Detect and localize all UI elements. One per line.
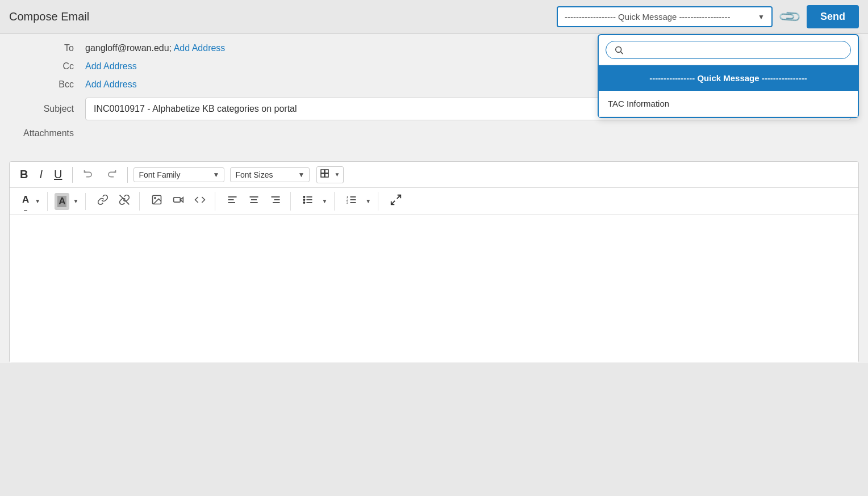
font-sizes-chevron: ▼ — [298, 171, 305, 179]
svg-line-1 — [621, 52, 623, 54]
code-icon — [194, 194, 206, 205]
svg-rect-2 — [321, 170, 324, 173]
attachments-row: Attachments — [17, 128, 851, 138]
toolbar-separator-1 — [72, 167, 73, 183]
align-left-icon — [227, 194, 238, 205]
link-group — [88, 192, 140, 211]
toolbar-separator-2 — [127, 167, 128, 183]
svg-point-8 — [155, 197, 156, 199]
quick-message-dropdown[interactable]: ------------------ Quick Message -------… — [557, 6, 773, 27]
svg-rect-3 — [325, 170, 328, 173]
bcc-add-address[interactable]: Add Address — [85, 79, 137, 90]
cc-label: Cc — [17, 61, 85, 72]
quick-message-dropdown-menu: ---------------- Quick Message ---------… — [598, 34, 859, 118]
font-highlight-dropdown[interactable]: ▼ — [70, 197, 81, 205]
svg-point-0 — [616, 47, 621, 52]
insert-link-button[interactable] — [93, 192, 113, 211]
compose-title: Compose Email — [9, 10, 89, 23]
align-group — [218, 192, 291, 211]
font-highlight-group: A ▼ — [50, 193, 86, 210]
align-left-button[interactable] — [222, 192, 243, 211]
unlink-icon — [119, 194, 130, 205]
subject-label: Subject — [17, 104, 85, 114]
font-color-letter: A — [22, 194, 29, 205]
font-color-button[interactable]: A _ — [20, 192, 31, 211]
font-highlight-letter: A — [57, 196, 66, 207]
svg-text:3: 3 — [347, 201, 348, 204]
dropdown-item-quick-message[interactable]: ---------------- Quick Message ---------… — [599, 65, 858, 91]
align-center-icon — [248, 194, 260, 205]
fullscreen-button[interactable] — [385, 191, 407, 211]
remove-link-button[interactable] — [114, 192, 135, 211]
header-bar: Compose Email ------------------ Quick M… — [0, 0, 868, 34]
underline-button[interactable]: U — [49, 166, 66, 183]
image-icon — [151, 194, 162, 205]
fullscreen-icon — [390, 194, 402, 206]
svg-rect-4 — [321, 174, 324, 177]
font-sizes-select[interactable]: Font Sizes ▼ — [230, 167, 310, 182]
search-input[interactable] — [628, 45, 842, 55]
font-family-chevron: ▼ — [213, 171, 220, 179]
insert-video-button[interactable] — [168, 192, 189, 211]
header-right: ------------------ Quick Message -------… — [557, 5, 859, 28]
align-center-button[interactable] — [244, 192, 264, 211]
font-color-underline: _ — [24, 206, 27, 209]
unordered-list-button[interactable] — [298, 192, 318, 211]
bold-button[interactable]: B — [15, 166, 32, 183]
font-highlight-button[interactable]: A — [55, 193, 69, 210]
paperclip-icon: 📎 — [777, 4, 803, 30]
ordered-list-button[interactable]: 1 2 3 — [341, 192, 362, 211]
toolbar-row2: A _ ▼ A ▼ — [10, 188, 858, 215]
unordered-list-dropdown[interactable]: ▼ — [319, 197, 329, 205]
svg-rect-9 — [174, 197, 181, 202]
grid-icon — [320, 169, 332, 180]
insert-image-button[interactable] — [147, 192, 167, 211]
redo-button[interactable] — [101, 165, 122, 184]
cc-add-address[interactable]: Add Address — [85, 61, 137, 72]
svg-point-24 — [303, 199, 305, 201]
align-right-button[interactable] — [265, 192, 286, 211]
font-sizes-label: Font Sizes — [235, 170, 293, 179]
svg-point-25 — [303, 202, 305, 204]
dropdown-search-section — [599, 35, 858, 65]
search-box — [606, 41, 851, 59]
editor-body[interactable] — [10, 215, 858, 363]
attachments-label: Attachments — [17, 128, 85, 138]
svg-rect-5 — [325, 174, 328, 177]
to-label: To — [17, 43, 85, 53]
quick-message-label: ------------------ Quick Message -------… — [565, 12, 731, 22]
undo-button[interactable] — [78, 165, 99, 184]
unordered-list-icon — [302, 194, 314, 205]
send-button[interactable]: Send — [807, 5, 859, 28]
font-family-select[interactable]: Font Family ▼ — [133, 167, 224, 182]
fullscreen-group — [381, 191, 411, 211]
insert-code-button[interactable] — [190, 192, 210, 211]
media-group — [142, 192, 215, 211]
font-color-group: A _ ▼ — [15, 192, 48, 211]
align-right-icon — [270, 194, 281, 205]
attachment-button[interactable]: 📎 — [778, 6, 801, 28]
svg-line-33 — [391, 201, 395, 204]
editor-section: B I U — [9, 161, 859, 363]
toolbar-row1: B I U — [10, 162, 858, 188]
dropdown-item-tac-information[interactable]: TAC Information — [599, 91, 858, 117]
to-add-address[interactable]: Add Address — [174, 43, 226, 53]
search-icon — [614, 45, 624, 55]
italic-button[interactable]: I — [35, 166, 47, 183]
font-family-label: Font Family — [139, 170, 208, 179]
link-icon — [97, 194, 108, 205]
table-button[interactable]: ▼ — [316, 166, 344, 183]
list-group: ▼ — [293, 192, 335, 211]
ordered-list-icon: 1 2 3 — [346, 194, 357, 205]
ordered-list-group: 1 2 3 ▼ — [337, 192, 378, 211]
svg-line-32 — [397, 195, 400, 199]
redo-icon — [106, 167, 117, 179]
bcc-label: Bcc — [17, 79, 85, 90]
video-icon — [173, 194, 184, 205]
to-value: gangloff@rowan.edu; Add Address — [85, 43, 225, 53]
svg-point-23 — [303, 196, 305, 198]
table-chevron: ▼ — [334, 171, 340, 178]
font-color-dropdown[interactable]: ▼ — [32, 197, 43, 205]
ordered-list-dropdown[interactable]: ▼ — [363, 197, 373, 205]
chevron-down-icon: ▼ — [758, 13, 765, 21]
